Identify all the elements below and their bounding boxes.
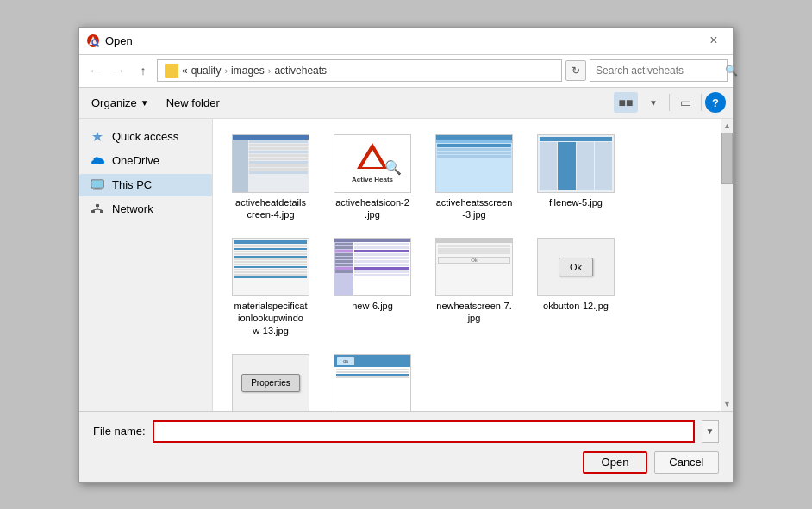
- cancel-button[interactable]: Cancel: [654, 451, 719, 474]
- file-item-properties[interactable]: Properties properties-9.jpg: [223, 349, 318, 411]
- large-icons-view-button[interactable]: ■■: [614, 92, 638, 113]
- new-folder-button[interactable]: New folder: [161, 95, 225, 111]
- search-input[interactable]: [596, 65, 725, 77]
- file-thumbnail-activeheatdetailscreen: [232, 134, 309, 193]
- file-item-filenew[interactable]: filenew-5.jpg: [528, 129, 623, 227]
- file-thumbnail-properties: Properties: [232, 354, 309, 411]
- file-name-activeheatdetailscreen: activeheatdetailscreen-4.jpg: [235, 196, 306, 221]
- forward-button[interactable]: →: [109, 60, 129, 81]
- close-button[interactable]: ×: [702, 28, 726, 53]
- network-label: Network: [112, 202, 153, 215]
- file-item-activeheatsscreen[interactable]: activeheatsscreen-3.jpg: [427, 129, 522, 227]
- file-name-newheatscreen: newheatscreen-7.jpg: [436, 300, 511, 325]
- filename-label: File name:: [93, 425, 146, 438]
- file-thumbnail-qatab: qa: [334, 354, 411, 411]
- scroll-down-button[interactable]: ▼: [721, 397, 733, 411]
- this-pc-label: This PC: [112, 178, 152, 191]
- file-item-materialspec[interactable]: materialspecificationlookupwindow-13.jpg: [223, 233, 318, 342]
- filename-row: File name: ▼: [93, 420, 719, 443]
- view-controls: ■■ ▼ ▭ ?: [614, 92, 726, 113]
- svg-rect-8: [93, 189, 102, 189]
- network-icon: [90, 202, 105, 217]
- open-button[interactable]: Open: [583, 451, 647, 474]
- address-bar: ← → ↑ « quality › images › activeheats ↻…: [79, 55, 733, 88]
- svg-line-3: [97, 45, 99, 47]
- file-item-newheatscreen[interactable]: Ok newheatscreen-7.jpg: [427, 233, 522, 342]
- back-button[interactable]: ←: [84, 60, 105, 81]
- file-thumbnail-activeheatsicon: 🔍 Active Heats: [334, 134, 411, 193]
- onedrive-label: OneDrive: [112, 154, 159, 167]
- svg-line-13: [93, 209, 97, 210]
- bottom-bar: File name: ▼ Open Cancel: [79, 411, 733, 482]
- refresh-button[interactable]: ↻: [565, 60, 586, 81]
- scrollbar[interactable]: ▲ ▼: [721, 119, 733, 411]
- toolbar: Organize ▼ New folder ■■ ▼ ▭ ?: [79, 88, 733, 119]
- dialog-title: Open: [105, 34, 702, 47]
- sidebar-item-quick-access[interactable]: Quick access: [79, 126, 212, 148]
- file-grid: activeheatdetailscreen-4.jpg 🔍: [223, 129, 710, 411]
- file-thumbnail-materialspec: [232, 238, 309, 296]
- sidebar: Quick access OneDrive: [79, 119, 213, 411]
- svg-line-14: [97, 209, 102, 210]
- star-icon: [90, 129, 105, 145]
- view-dropdown-button[interactable]: ▼: [641, 92, 665, 113]
- file-thumbnail-new6: [334, 238, 411, 296]
- file-name-activeheatsscreen: activeheatsscreen-3.jpg: [436, 196, 513, 221]
- up-button[interactable]: ↑: [133, 60, 153, 81]
- search-box: 🔍: [590, 59, 728, 82]
- file-item-activeheatdetailscreen[interactable]: activeheatdetailscreen-4.jpg: [223, 129, 318, 227]
- preview-pane-button[interactable]: ▭: [673, 92, 697, 113]
- organize-button[interactable]: Organize ▼: [86, 95, 154, 111]
- svg-rect-10: [91, 210, 95, 213]
- separator: [669, 94, 670, 111]
- scroll-up-button[interactable]: ▲: [721, 119, 733, 133]
- file-grid-container: activeheatdetailscreen-4.jpg 🔍: [213, 119, 721, 411]
- file-thumbnail-okbutton: Ok: [537, 238, 615, 296]
- help-button[interactable]: ?: [705, 92, 726, 113]
- folder-icon: [165, 64, 178, 78]
- svg-rect-7: [95, 188, 100, 189]
- scrollbar-thumb[interactable]: [721, 133, 733, 184]
- dialog-buttons: Open Cancel: [93, 451, 719, 474]
- filename-input[interactable]: [153, 420, 695, 443]
- computer-icon: [90, 177, 105, 193]
- file-item-new6[interactable]: new-6.jpg: [325, 233, 420, 342]
- quick-access-label: Quick access: [112, 130, 178, 143]
- svg-marker-4: [92, 132, 103, 141]
- file-item-okbutton[interactable]: Ok okbutton-12.jpg: [528, 233, 623, 342]
- file-name-new6: new-6.jpg: [352, 300, 393, 312]
- file-thumbnail-newheatscreen: Ok: [435, 238, 513, 296]
- breadcrumb: « quality › images › activeheats: [182, 65, 327, 77]
- title-bar: Open ×: [79, 28, 733, 55]
- filename-dropdown-button[interactable]: ▼: [702, 420, 719, 443]
- file-name-activeheatsicon: activeheatsicon-2.jpg: [335, 196, 409, 221]
- svg-rect-11: [100, 210, 103, 213]
- open-dialog: Open × ← → ↑ « quality › images › active…: [78, 27, 734, 483]
- sidebar-item-onedrive[interactable]: OneDrive: [79, 150, 212, 172]
- svg-rect-9: [96, 204, 99, 207]
- cloud-icon: [90, 153, 105, 169]
- main-area: Quick access OneDrive: [79, 119, 733, 411]
- file-name-okbutton: okbutton-12.jpg: [543, 300, 609, 312]
- file-thumbnail-activeheatsscreen: [435, 134, 513, 193]
- file-item-qatab[interactable]: qa qatab-1.jpg: [325, 349, 420, 411]
- file-thumbnail-filenew: [537, 134, 615, 193]
- file-name-materialspec: materialspecificationlookupwindow-13.jpg: [234, 300, 308, 337]
- file-name-filenew: filenew-5.jpg: [549, 196, 603, 208]
- sidebar-item-network[interactable]: Network: [79, 198, 212, 220]
- svg-rect-6: [92, 180, 103, 187]
- address-path[interactable]: « quality › images › activeheats: [157, 59, 562, 82]
- search-icon: 🔍: [725, 65, 738, 77]
- sidebar-item-this-pc[interactable]: This PC: [79, 174, 212, 196]
- separator2: [701, 94, 702, 111]
- file-item-activeheatsicon[interactable]: 🔍 Active Heats activeheatsicon-2.jpg: [325, 129, 420, 227]
- app-icon: [86, 34, 100, 47]
